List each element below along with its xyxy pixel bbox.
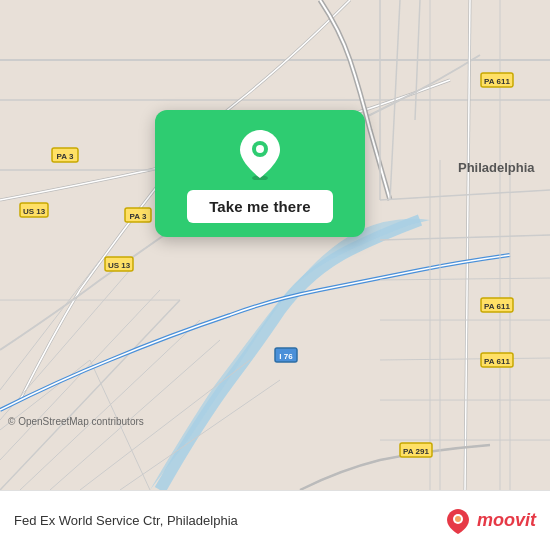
svg-text:PA 3: PA 3 [57, 152, 74, 161]
svg-text:PA 3: PA 3 [130, 212, 147, 221]
svg-text:US 13: US 13 [23, 207, 46, 216]
svg-text:PA 611: PA 611 [484, 302, 510, 311]
svg-point-39 [455, 516, 461, 522]
svg-point-37 [256, 145, 264, 153]
svg-text:US 13: US 13 [108, 261, 131, 270]
map-container: Philadelphia PA 3 PA 3 US 13 US 13 PA 61… [0, 0, 550, 490]
bottom-bar: Fed Ex World Service Ctr, Philadelphia m… [0, 490, 550, 550]
svg-text:I 76: I 76 [279, 352, 293, 361]
moovit-text: moovit [477, 510, 536, 531]
location-pin-icon [234, 128, 286, 180]
location-label: Fed Ex World Service Ctr, Philadelphia [14, 513, 444, 528]
moovit-logo: moovit [444, 507, 536, 535]
svg-text:PA 611: PA 611 [484, 357, 510, 366]
take-me-there-button[interactable]: Take me there [187, 190, 333, 223]
popup-card: Take me there [155, 110, 365, 237]
svg-text:PA 611: PA 611 [484, 77, 510, 86]
moovit-icon [444, 507, 472, 535]
svg-text:PA 291: PA 291 [403, 447, 429, 456]
city-label: Philadelphia [458, 160, 535, 175]
